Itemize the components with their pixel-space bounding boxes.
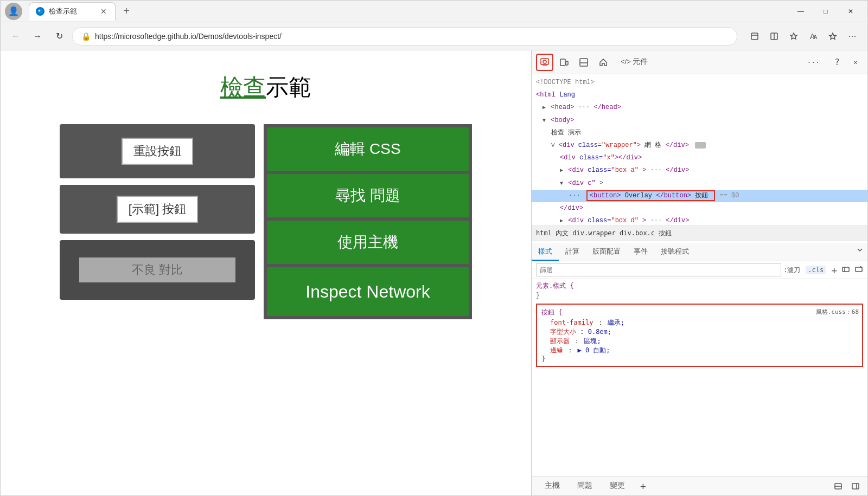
maximize-button[interactable]: □ (813, 1, 838, 22)
dom-body-text: 檢查 演示 (532, 127, 867, 139)
new-tab-button[interactable]: + (118, 3, 135, 20)
margin-colon: ： (567, 346, 577, 354)
display-colon: ： (573, 337, 580, 345)
dom-body-open: <body> (532, 114, 867, 127)
page-title-part1: 檢查 (220, 74, 266, 100)
close-button[interactable]: ✕ (838, 1, 863, 22)
styles-tab-layout[interactable]: 版面配置 (586, 243, 627, 261)
right-buttons-wrapper: 編輯 CSS 尋找 問題 使用主機 Inspect Network (264, 124, 472, 319)
inspect-network-button[interactable]: Inspect Network (267, 267, 469, 316)
rule-note: 風格.cuss：68 (816, 308, 859, 316)
svg-rect-11 (580, 59, 588, 66)
devtools-panel: </> 元件 ··· ? ✕ <!DOCTYPE html> (531, 50, 867, 495)
bottom-tab-add-button[interactable]: + (634, 477, 653, 495)
cls-button[interactable]: .cls (806, 266, 826, 274)
browser-window: 👤 檢查示範 ✕ + — □ ✕ ← → ↻ 🔒 https://microso… (0, 0, 868, 496)
svg-rect-10 (566, 61, 568, 65)
styles-filter-bar: :濾刀 .cls + (532, 261, 867, 279)
settings-more-icon[interactable]: ··· (844, 28, 861, 45)
tab-title: 檢查示範 (49, 7, 94, 16)
reset-button[interactable]: 重設按鈕 (122, 138, 193, 165)
title-bar: 👤 檢查示範 ✕ + — □ ✕ (1, 1, 867, 22)
url-text: https://microsoftedge.github.io/Demos/de… (95, 32, 728, 41)
bottom-tab-issues[interactable]: 問題 (569, 478, 601, 495)
bottom-tab-host[interactable]: 主機 (536, 478, 569, 495)
split-screen-icon[interactable] (765, 28, 783, 45)
button-rule-section: 風格.cuss：68 按鈕 { font-family ： 繼承; 字型大小 :… (532, 304, 867, 367)
devtools-breadcrumb: html 內文 div.wrapper div.box.c 按鈕 (532, 226, 867, 241)
styles-tab-events[interactable]: 事件 (627, 243, 654, 261)
edit-css-button[interactable]: 編輯 CSS (267, 127, 469, 171)
styles-tabs: 樣式 計算 版面配置 事件 接聽程式 (532, 243, 867, 261)
forward-button[interactable]: → (29, 28, 46, 45)
devtools-more-tabs[interactable]: ··· (801, 54, 826, 70)
dom-doctype: <!DOCTYPE html> (532, 76, 867, 89)
font-family-value: 繼承; (608, 319, 624, 326)
tab-area: 👤 檢查示範 ✕ + (5, 2, 788, 21)
element-styles-header: 元素.樣式 { (536, 281, 863, 291)
console-drawer-button[interactable] (575, 54, 592, 71)
display-prop-name: 顯示器 (550, 337, 570, 345)
styles-tab-styles[interactable]: 樣式 (532, 243, 559, 261)
devtools-toolbar: </> 元件 ··· ? ✕ (532, 50, 867, 74)
styles-filter-input[interactable] (536, 263, 781, 276)
dom-div-box-a: <div class="box a" > ··· </div> (532, 164, 867, 177)
contrast-button-box: 不良 對比 (60, 240, 255, 300)
reset-button-box: 重設按鈕 (60, 124, 255, 178)
find-issues-button[interactable]: 尋找 問題 (267, 174, 469, 217)
demo-button[interactable]: [示範] 按鈕 (117, 196, 198, 223)
address-input[interactable]: 🔒 https://microsoftedge.github.io/Demos/… (72, 27, 737, 46)
styles-tab-listeners[interactable]: 接聽程式 (654, 243, 695, 261)
tab-search-icon[interactable] (746, 28, 763, 45)
contrast-button[interactable]: 不良 對比 (79, 257, 235, 282)
page-title-part2: 示範 (266, 74, 311, 100)
undock-button[interactable] (831, 479, 846, 494)
element-styles-close: } (536, 292, 863, 299)
tab-close-button[interactable]: ✕ (99, 7, 108, 16)
address-actions: AA ··· (746, 28, 861, 45)
dom-div-c: <div c" > (532, 177, 867, 190)
use-host-button[interactable]: 使用主機 (267, 221, 469, 264)
dom-button-overlay[interactable]: ··· <button> Overlay </button> 按鈕 == $0 (532, 190, 867, 202)
bottom-tab-changes[interactable]: 變更 (601, 478, 634, 495)
home-button[interactable] (595, 54, 612, 71)
browser-tab-active[interactable]: 檢查示範 ✕ (29, 2, 116, 21)
rule-display: 顯示器 ： 區塊; (541, 337, 858, 346)
favorites-icon[interactable] (824, 28, 841, 45)
styles-filter-actions: :濾刀 .cls + (783, 265, 863, 276)
minimize-button[interactable]: — (788, 1, 813, 22)
rule-margin: 邊緣 ： ▶ 0 自動; (541, 346, 858, 355)
filter-colon-label: :濾刀 (783, 266, 800, 275)
dom-html: <html Lang (532, 89, 867, 101)
tab-favicon (36, 7, 44, 16)
address-bar: ← → ↻ 🔒 https://microsoftedge.github.io/… (1, 22, 867, 50)
inspect-element-button[interactable] (536, 54, 553, 71)
devtools-bottom-tabs: 主機 問題 變更 + (532, 476, 867, 495)
add-style-rule-button[interactable]: + (831, 265, 837, 276)
styles-dropdown-button[interactable] (852, 243, 867, 261)
bottom-action-buttons (831, 479, 863, 494)
devtools-styles-panel: 樣式 計算 版面配置 事件 接聽程式 :濾刀 .cls + (532, 241, 867, 476)
button-css-rule: 按鈕 { font-family ： 繼承; 字型大小 : 0.8em; (536, 304, 863, 367)
font-family-colon: ： (597, 319, 604, 326)
styles-tab-computed[interactable]: 計算 (559, 243, 586, 261)
toggle-element-state-button[interactable] (841, 265, 850, 275)
back-button[interactable]: ← (7, 28, 24, 45)
font-size-value: 0.8em; (588, 328, 611, 336)
webpage: 檢查示範 重設按鈕 [示範] 按鈕 不良 對比 (1, 50, 531, 495)
display-value: 區塊; (584, 337, 601, 345)
browser-essentials-icon[interactable] (785, 28, 802, 45)
dom-div-close: </div> (532, 202, 867, 215)
refresh-button[interactable]: ↻ (50, 28, 68, 45)
tab-elements[interactable]: </> 元件 (614, 53, 654, 72)
devtools-dom-tree[interactable]: <!DOCTYPE html> <html Lang <head> ··· </… (532, 74, 867, 226)
device-emulation-button[interactable] (556, 54, 573, 71)
new-style-rule-button[interactable] (854, 265, 863, 275)
read-aloud-icon[interactable]: AA (805, 28, 822, 45)
font-size-colon: : (580, 328, 588, 336)
dom-div-x: <div class="x"></div> (532, 152, 867, 164)
devtools-help-button[interactable]: ? (828, 54, 846, 71)
dock-to-right-button[interactable] (848, 479, 863, 494)
demo-grid: 重設按鈕 [示範] 按鈕 不良 對比 編輯 CSS (60, 124, 472, 319)
devtools-close-button[interactable]: ✕ (848, 55, 863, 70)
